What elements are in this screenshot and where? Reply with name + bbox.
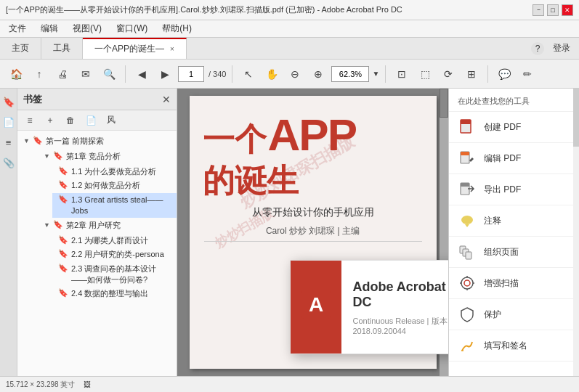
svg-rect-5 [461,120,471,124]
tool-comment-label: 注释 [484,215,501,227]
zoom-in-button[interactable]: ⊕ [308,64,328,84]
status-bar: 15.712 × 23.298 英寸 🖼 [0,376,579,392]
email-button[interactable]: ✉ [76,64,96,84]
bookmark-item-2-3[interactable]: 🔖 2.3 调查问卷的基本设计——如何做一份问卷? [52,262,177,287]
nav-up-button[interactable]: ↑ [29,64,49,84]
close-button[interactable]: ✕ [562,4,573,16]
pdf-scrollbar-thumb[interactable] [440,89,448,118]
tab-home[interactable]: 主页 [0,38,41,59]
bookmark-label-2-2: 2.2 用户研究的类-persona [71,249,164,260]
layers-icon[interactable]: ≡ [1,135,16,150]
tab-close-button[interactable]: × [170,45,174,53]
bookmark-item-2-4[interactable]: 🔖 2.4 数据的整理与输出 [52,287,177,301]
prev-page-button[interactable]: ◀ [131,64,152,84]
sidebar-close-button[interactable]: ✕ [162,94,171,105]
acrobat-logo-icon: A [301,290,331,324]
collapse-all-button[interactable]: ≡ [22,113,38,128]
title-bar-text: [一个APP的诞生——从零开始设计你的手机应用].Carol.炒炒.刘珺琛.扫描… [6,4,533,15]
tool-edit-pdf-label: 编辑 PDF [484,152,521,165]
sidebar-toolbar: ≡ + 🗑 📄 风 [17,110,177,131]
tool-organize-pages[interactable]: 组织页面 [449,237,579,268]
create-pdf-icon [458,118,477,136]
zoom-dropdown[interactable]: ▼ [372,70,379,78]
minimize-button[interactable]: － [533,4,544,16]
tool-fill-sign[interactable]: 填写和签名 [449,330,579,362]
menu-help[interactable]: 帮助(H) [159,21,195,36]
zoom-out-button[interactable]: ⊖ [285,64,305,84]
sidebar-title: 书签 [23,93,42,106]
page-thumbnail-icon[interactable]: 📄 [1,115,16,129]
chevron-icon-1: ▼ [44,152,50,160]
tool-enhance-scan[interactable]: 增强扫描 [449,268,579,299]
print-button[interactable]: 🖨 [52,64,73,84]
new-bookmark-button[interactable]: 📄 [83,113,99,128]
bookmark-item-2-1[interactable]: 🔖 2.1 为哪类人群而设计 [52,234,177,248]
attachment-icon[interactable]: 📎 [1,155,16,170]
bookmark-item-1-1[interactable]: 🔖 1.1 为什么要做竞品分析 [52,165,177,179]
bookmark-label-2-1: 2.1 为哪类人群而设计 [71,235,148,246]
tool-export-pdf[interactable]: 导出 PDF [449,174,579,205]
chevron-icon: ▼ [23,137,30,144]
comment-button[interactable]: 💬 [494,64,514,84]
bookmark-section-0[interactable]: ▼ 🔖 第一篇 前期探索 [17,134,177,149]
delete-bookmark-button[interactable]: 🗑 [62,113,78,128]
pdf-subtitle-container: 从零开始设计你的手机应用 [252,206,374,219]
menu-file[interactable]: 文件 [6,21,29,36]
separator-1 [125,65,126,83]
cursor-tool[interactable]: ↖ [238,64,259,84]
splash-version: Continuous Release | 版本 2018.09.20044 [353,316,449,335]
bookmark-item-1-2[interactable]: 🔖 1.2 如何做竞品分析 [52,179,177,192]
svg-marker-11 [465,224,469,227]
tab-tools[interactable]: 工具 [41,38,83,59]
zoom-input[interactable] [331,66,369,82]
nav-home-button[interactable]: 🏠 [6,64,26,84]
tool-edit-pdf[interactable]: 编辑 PDF [449,143,579,174]
tool-protect[interactable]: 保护 [449,299,579,330]
snap-button[interactable]: ⊞ [461,64,482,84]
fit-page-button[interactable]: ⊡ [392,64,412,84]
next-page-button[interactable]: ▶ [155,64,175,84]
bookmark-chapter-2[interactable]: ▼ 🔖 第2章 用户研究 [38,218,177,233]
tool-create-pdf-label: 创建 PDF [484,121,521,134]
bookmark-icon-1-1: 🔖 [58,166,68,176]
sidebar-header: 书签 ✕ [17,89,177,110]
right-panel-scrollbar-thumb[interactable] [573,89,579,147]
fit-width-button[interactable]: ⬚ [415,64,435,84]
chapter-2-items: 🔖 2.1 为哪类人群而设计 🔖 2.2 用户研究的类-persona 🔖 2.… [38,234,177,301]
hand-tool[interactable]: ✋ [262,64,282,84]
bookmark-item-2-2[interactable]: 🔖 2.2 用户研究的类-persona [52,248,177,261]
right-panel-scrollbar[interactable] [573,89,579,376]
bookmark-panel-icon[interactable]: 🔖 [1,94,16,109]
pdf-subtitle: 从零开始设计你的手机应用 [252,206,374,218]
menu-window[interactable]: 窗口(W) [113,21,150,36]
toolbar: 🏠 ↑ 🖨 ✉ 🔍 ◀ ▶ / 340 ↖ ✋ ⊖ ⊕ ▼ ⊡ ⬚ ⟳ ⊞ 💬 … [0,60,579,89]
organize-pages-icon [458,242,477,261]
chapter-1-items: 🔖 1.1 为什么要做竞品分析 🔖 1.2 如何做竞品分析 🔖 1.3 Grea… [38,165,177,219]
pdf-author: Carol 炒炒 刘珺琛 | 主编 [266,226,360,236]
tool-comment[interactable]: 注释 [449,205,579,237]
pdf-canvas[interactable]: 炒炒刘珺琛扫描版 炒炒扫描版 一个 APP 的诞生 从零开始设计你的手机应用 C… [177,89,448,376]
search-button[interactable]: 🔍 [99,64,119,84]
pdf-main-title: 一个 APP [203,109,356,161]
rotate-button[interactable]: ⟳ [438,64,458,84]
login-button[interactable]: 登录 [553,42,570,54]
svg-rect-7 [461,152,469,155]
tab-right-area: ? 登录 [187,38,579,59]
splash-title: Adobe Acrobat Pro DC [353,279,449,310]
svg-point-10 [461,216,473,224]
bookmark-icon-2-4: 🔖 [58,288,68,298]
expand-all-button[interactable]: + [42,113,58,128]
tab-file[interactable]: 一个APP的诞生— × [83,38,187,59]
bookmark-item-1-3[interactable]: 🔖 1.3 Great artists steal——Jobs [52,193,177,219]
tool-organize-pages-label: 组织页面 [484,246,519,258]
menu-edit[interactable]: 编辑 [38,21,61,36]
maximize-button[interactable]: □ [547,4,559,16]
menu-view[interactable]: 视图(V) [70,21,105,36]
help-button[interactable]: ? [531,42,544,55]
bookmark-chapter-1[interactable]: ▼ 🔖 第1章 竞品分析 [38,149,177,164]
pen-button[interactable]: ✏ [517,64,538,84]
options-bookmark-button[interactable]: 风 [103,113,119,128]
tool-create-pdf[interactable]: 创建 PDF [449,112,579,143]
status-icon: 🖼 [84,380,91,388]
page-number-input[interactable] [178,66,204,82]
